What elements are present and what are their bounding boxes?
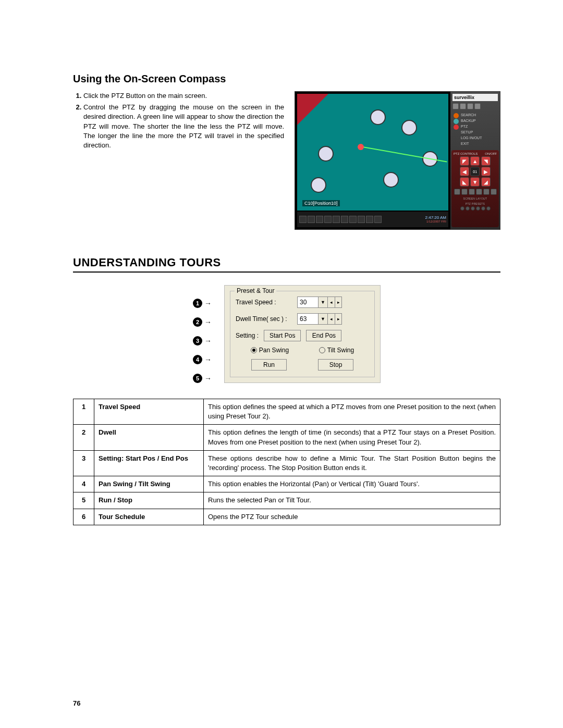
end-pos-button[interactable]: End Pos — [306, 330, 341, 341]
bottom-toolbar: 2:47:20 AM1/12/2007 FRI — [297, 212, 448, 227]
surveillance-screenshot: C10[Position10] surveillix SEARCHBACKUPP… — [295, 91, 500, 230]
brand-logo: surveillix — [452, 94, 498, 101]
preset-dot[interactable] — [466, 206, 470, 211]
row-number: 5 — [74, 492, 94, 509]
preset-dot[interactable] — [481, 206, 485, 211]
dwell-time-dropdown[interactable]: ▼ — [318, 313, 327, 325]
row-name: Dwell — [94, 425, 204, 450]
ptz-iris-close[interactable] — [483, 189, 489, 195]
layout-icon[interactable] — [324, 216, 332, 223]
side-link-backup[interactable]: BACKUP — [452, 118, 498, 123]
row-description: Runs the selected Pan or Tilt Tour. — [204, 492, 500, 509]
ptz-dpad: ◤ ▲ ◥ ◀ 01 ▶ ◣ ▼ ◢ — [460, 156, 491, 187]
ptz-down-right[interactable]: ◢ — [481, 177, 491, 187]
side-link-exit[interactable]: EXIT — [452, 141, 498, 146]
layout-icon[interactable] — [374, 216, 382, 223]
travel-speed-input[interactable] — [297, 297, 318, 308]
run-button[interactable]: Run — [251, 359, 287, 371]
camera-feed[interactable]: C10[Position10] — [297, 94, 448, 211]
row-number: 4 — [74, 476, 94, 492]
layout-icon[interactable] — [366, 216, 373, 223]
ptz-left[interactable]: ◀ — [460, 167, 469, 176]
ptz-layout-label: SCREEN LAYOUT — [454, 197, 497, 200]
layout-icon[interactable] — [299, 216, 307, 223]
dialog-legend: Preset & Tour — [235, 287, 276, 294]
ptz-control-panel: PTZ CONTROLSON/OFF ◤ ▲ ◥ ◀ 01 ▶ ◣ ▼ ◢ SC… — [451, 150, 499, 227]
row-name: Pan Swing / Tilt Swing — [94, 476, 204, 492]
dwell-time-input[interactable] — [297, 313, 318, 325]
ptz-down-left[interactable]: ◣ — [460, 177, 469, 187]
ptz-label-left: PTZ CONTROLS — [454, 152, 478, 155]
arrow-right-icon: → — [204, 337, 212, 345]
table-row: 3Setting: Start Pos / End PosThese optio… — [74, 450, 500, 476]
side-link-search[interactable]: SEARCH — [452, 113, 498, 117]
max-button[interactable] — [460, 103, 466, 109]
travel-speed-dropdown[interactable]: ▼ — [318, 297, 327, 308]
table-row: 5Run / StopRuns the selected Pan or Tilt… — [74, 492, 500, 509]
travel-speed-inc[interactable]: ▸ — [335, 297, 342, 308]
extra-button[interactable] — [474, 103, 481, 109]
row-description: This option enables the Horizontal (Pan)… — [204, 476, 500, 492]
compass-steps: Click the PTZ Button on the main screen.… — [73, 91, 284, 230]
travel-speed-label: Travel Speed : — [236, 299, 293, 306]
clock: 2:47:20 AM1/12/2007 FRI — [425, 216, 446, 223]
camera-label: C10[Position10] — [302, 200, 340, 206]
start-pos-button[interactable]: Start Pos — [264, 330, 301, 341]
callout-1: 1→ — [193, 299, 224, 308]
dwell-time-dec[interactable]: ◂ — [327, 313, 335, 325]
row-description: Opens the PTZ Tour schedule — [204, 509, 500, 525]
table-row: 6Tour ScheduleOpens the PTZ Tour schedul… — [74, 509, 500, 525]
row-name: Tour Schedule — [94, 509, 204, 525]
layout-icon[interactable] — [308, 216, 315, 223]
dwell-time-inc[interactable]: ▸ — [335, 313, 342, 325]
preset-dot[interactable] — [486, 206, 491, 211]
stop-button[interactable]: Stop — [318, 359, 353, 371]
row-description: These options describe how to define a M… — [204, 450, 500, 476]
row-name: Run / Stop — [94, 492, 204, 509]
row-number: 1 — [74, 399, 94, 425]
callout-2: 2→ — [193, 317, 224, 327]
close-button[interactable] — [467, 103, 473, 109]
tours-heading: UNDERSTANDING TOURS — [73, 256, 500, 273]
tilt-swing-radio[interactable]: Tilt Swing — [319, 347, 354, 354]
preset-dot[interactable] — [471, 206, 475, 211]
row-number: 3 — [74, 450, 94, 476]
side-link-setup[interactable]: SETUP — [452, 130, 498, 134]
ptz-focus-far[interactable] — [476, 189, 482, 195]
tours-section: UNDERSTANDING TOURS 1→2→3→4→5→ Preset & … — [73, 256, 500, 525]
ptz-iris-open[interactable] — [491, 189, 497, 195]
page-number: 76 — [73, 699, 80, 707]
layout-icon[interactable] — [358, 216, 365, 223]
ptz-up-left[interactable]: ◤ — [460, 156, 469, 166]
ptz-zoom-out[interactable] — [454, 189, 460, 195]
layout-icon[interactable] — [316, 216, 323, 223]
travel-speed-dec[interactable]: ◂ — [327, 297, 335, 308]
window-controls — [452, 103, 498, 109]
side-link-loginout[interactable]: LOG IN/OUT — [452, 135, 498, 140]
ptz-center[interactable]: 01 — [470, 167, 480, 176]
layout-icon[interactable] — [349, 216, 357, 223]
arrow-right-icon: → — [204, 299, 212, 307]
row-name: Setting: Start Pos / End Pos — [94, 450, 204, 476]
ptz-zoom-in[interactable] — [461, 189, 468, 195]
description-table: 1Travel SpeedThis option defines the spe… — [73, 399, 500, 525]
preset-dot[interactable] — [460, 206, 464, 211]
compass-section: Using the On-Screen Compass Click the PT… — [73, 73, 500, 230]
pan-swing-radio[interactable]: Pan Swing — [251, 347, 289, 354]
ptz-down[interactable]: ▼ — [470, 177, 480, 187]
ptz-focus-near[interactable] — [469, 189, 475, 195]
ptz-right[interactable]: ▶ — [481, 167, 491, 176]
row-description: This option defines the speed at which a… — [204, 399, 500, 425]
arrow-right-icon: → — [204, 318, 212, 326]
ptz-up-right[interactable]: ◥ — [481, 156, 491, 166]
side-link-ptz[interactable]: PTZ — [452, 124, 498, 129]
layout-icon[interactable] — [341, 216, 348, 223]
arrow-right-icon: → — [204, 355, 212, 364]
ptz-up[interactable]: ▲ — [470, 156, 480, 166]
arrow-right-icon: → — [204, 374, 212, 382]
min-button[interactable] — [452, 103, 459, 109]
preset-dot[interactable] — [476, 206, 480, 211]
row-number: 6 — [74, 509, 94, 525]
layout-icon[interactable] — [333, 216, 340, 223]
dwell-time-label: Dwell Time( sec ) : — [236, 315, 293, 323]
